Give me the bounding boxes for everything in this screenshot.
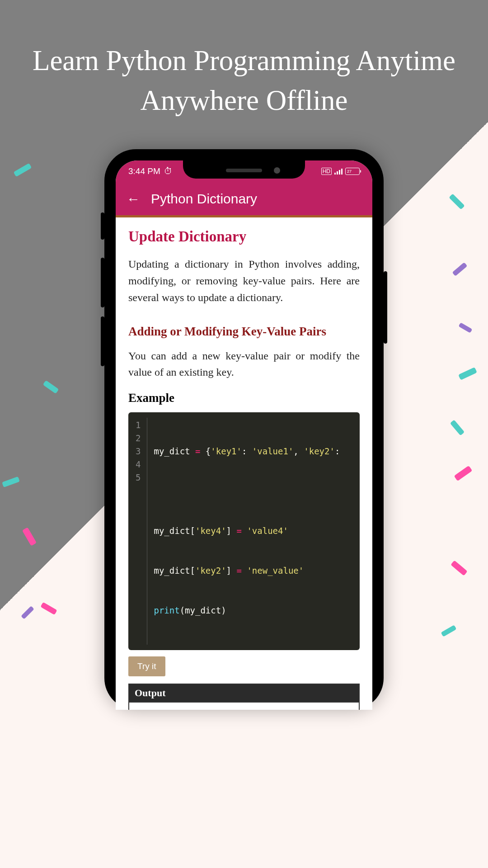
promo-headline: Learn Python Programming Anytime Anywher…: [0, 41, 488, 120]
phone-notch: [183, 160, 305, 179]
subsection-text: You can add a new key-value pair or modi…: [128, 348, 360, 380]
alarm-icon: ⏱: [164, 166, 173, 176]
page-title: Python Dictionary: [151, 191, 257, 207]
content-area[interactable]: Update Dictionary Updating a dictionary …: [116, 217, 372, 710]
subsection-title: Adding or Modifying Key-Value Pairs: [128, 325, 360, 339]
section-title: Update Dictionary: [128, 228, 360, 245]
battery-icon: 27: [345, 168, 360, 175]
app-bar: ← Python Dictionary: [116, 182, 372, 217]
signal-icon: [334, 168, 343, 175]
status-time: 3:44 PM: [128, 166, 160, 176]
line-numbers: 1 2 3 4 5: [128, 418, 147, 645]
intro-text: Updating a dictionary in Python involves…: [128, 256, 360, 307]
back-arrow-icon[interactable]: ←: [127, 191, 140, 207]
code-block: 1 2 3 4 5 my_dict = {'key1': 'value1', '…: [128, 412, 360, 650]
example-label: Example: [128, 391, 360, 405]
output-header: Output: [128, 684, 360, 703]
try-it-button[interactable]: Try it: [128, 656, 165, 676]
volte-icon: HD: [321, 168, 332, 175]
output-body: Click on try it to see output: [128, 703, 360, 710]
phone-mockup: 3:44 PM ⏱ HD 27 ← Python Dictionary Upda…: [104, 149, 384, 710]
code-content: my_dict = {'key1': 'value1', 'key2': my_…: [147, 418, 346, 645]
